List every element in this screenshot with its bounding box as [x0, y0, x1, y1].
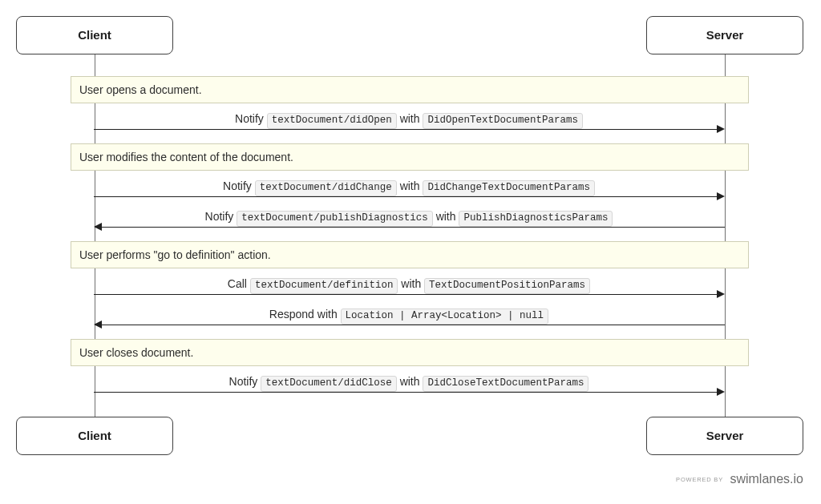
- arrow-diagnostics: [100, 227, 725, 228]
- message-didchange-label: Notify textDocument/didChange with DidCh…: [94, 179, 724, 196]
- arrowhead-didopen: [717, 125, 725, 133]
- arrow-didchange: [94, 196, 719, 197]
- note-text: User opens a document.: [79, 83, 202, 96]
- arrow-didclose: [94, 392, 719, 393]
- method-code: textDocument/publishDiagnostics: [237, 211, 433, 227]
- mid: with: [400, 375, 420, 388]
- arrow-respond: [100, 325, 725, 325]
- footer-branding: POWERED BY swimlanes.io: [676, 472, 803, 486]
- participant-server-bottom: Server: [646, 417, 803, 455]
- powered-by-label: POWERED BY: [676, 476, 723, 483]
- verb: Notify: [235, 112, 264, 125]
- message-definition-label: Call textDocument/definition with TextDo…: [94, 277, 724, 294]
- method-code: textDocument/didChange: [255, 180, 397, 196]
- mid: with: [436, 210, 456, 223]
- verb: Notify: [223, 179, 252, 192]
- sequence-diagram: Client Server User opens a document. Not…: [0, 0, 821, 504]
- param-code: DidCloseTextDocumentParams: [423, 376, 588, 392]
- note-text: User closes document.: [79, 346, 193, 359]
- message-didopen-label: Notify textDocument/didOpen with DidOpen…: [94, 112, 724, 129]
- param-code: DidOpenTextDocumentParams: [423, 113, 583, 129]
- method-code: textDocument/didClose: [261, 376, 397, 392]
- note-modify-doc: User modifies the content of the documen…: [71, 143, 749, 171]
- note-open-doc: User opens a document.: [71, 76, 749, 103]
- participant-label: Server: [706, 429, 744, 442]
- participant-client-bottom: Client: [16, 417, 173, 455]
- arrow-definition: [94, 294, 719, 295]
- arrowhead-definition: [717, 290, 725, 298]
- mid: with: [400, 179, 420, 192]
- note-goto-def: User performs "go to definition" action.: [71, 241, 749, 268]
- mid: with: [401, 277, 421, 290]
- verb: Notify: [205, 210, 234, 223]
- message-didclose-label: Notify textDocument/didClose with DidClo…: [94, 375, 724, 392]
- mid: with: [400, 112, 420, 125]
- participant-label: Client: [78, 429, 111, 442]
- param-code: Location | Array<Location> | null: [341, 308, 549, 325]
- verb: Respond with: [269, 308, 338, 321]
- verb: Notify: [229, 375, 258, 388]
- participant-client-top: Client: [16, 16, 173, 54]
- note-text: User performs "go to definition" action.: [79, 248, 271, 261]
- message-respond-label: Respond with Location | Array<Location> …: [94, 308, 724, 325]
- participant-label: Server: [706, 28, 744, 42]
- note-close-doc: User closes document.: [71, 339, 749, 366]
- arrow-didopen: [94, 129, 719, 130]
- brand-name: swimlanes.io: [730, 472, 803, 486]
- param-code: PublishDiagnosticsParams: [459, 211, 613, 227]
- method-code: textDocument/didOpen: [267, 113, 397, 129]
- participant-server-top: Server: [646, 16, 803, 54]
- arrowhead-diagnostics: [94, 223, 102, 231]
- arrowhead-didchange: [717, 192, 725, 200]
- message-diagnostics-label: Notify textDocument/publishDiagnostics w…: [94, 210, 724, 227]
- participant-label: Client: [78, 28, 111, 42]
- method-code: textDocument/definition: [250, 278, 398, 294]
- arrowhead-respond: [94, 321, 102, 329]
- param-code: DidChangeTextDocumentParams: [423, 180, 595, 196]
- param-code: TextDocumentPositionParams: [424, 278, 590, 294]
- arrowhead-didclose: [717, 388, 725, 396]
- note-text: User modifies the content of the documen…: [79, 151, 293, 163]
- verb: Call: [228, 277, 247, 290]
